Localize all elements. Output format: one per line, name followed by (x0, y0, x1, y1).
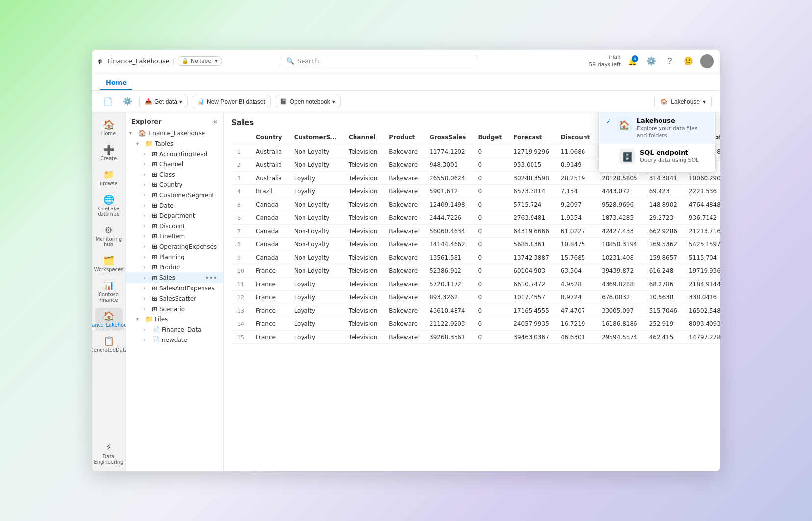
tree-tables-group[interactable]: ▾ 📁 Tables (126, 138, 223, 149)
table-cell: 953.0015 (508, 158, 555, 172)
tree-table-scenario[interactable]: › ⊞ Scenario (126, 304, 223, 314)
tree-files-group[interactable]: ▾ 📁 Files (126, 314, 223, 324)
table-cell: 4.9528 (555, 278, 596, 291)
tree-table-date[interactable]: › ⊞ Date (126, 200, 223, 210)
table-cell: 148.8902 (643, 198, 683, 211)
lakehouse-switcher-button[interactable]: 🏠 Lakehouse ▾ (654, 96, 712, 107)
table-row[interactable]: 4BrazilLoyaltyTelevisionBakeware5901.612… (231, 185, 720, 198)
table-cell: Television (343, 251, 383, 264)
nav-generated[interactable]: 📋 GeneratedData (95, 333, 123, 356)
tree-table-department[interactable]: › ⊞ Department (126, 210, 223, 221)
tree-table-class[interactable]: › ⊞ Class (126, 169, 223, 180)
tree-file-finance_data[interactable]: › 📄 Finance_Data (126, 324, 223, 335)
table-chevron: › (143, 213, 150, 218)
table-cell: Non-Loyalty (288, 238, 343, 251)
no-label-badge[interactable]: 🔒 No label ▾ (178, 56, 222, 66)
get-data-button[interactable]: 📥 Get data ▾ (139, 96, 188, 107)
explorer-panel: Explorer « ▾ 🏠 Finance_Lakehouse ▾ 📁 Tab… (126, 112, 224, 471)
table-cell: 10.8475 (555, 238, 596, 251)
col-header-grosssales[interactable]: GrossSales (424, 130, 472, 145)
search-bar[interactable]: 🔍 Search (281, 55, 477, 67)
open-notebook-button[interactable]: 📓 Open notebook ▾ (275, 96, 341, 107)
grid-icon[interactable]: ⠿ (98, 59, 102, 63)
tree-table-country[interactable]: › ⊞ Country (126, 180, 223, 190)
table-row[interactable]: 3AustraliaLoyaltyTelevisionBakeware26558… (231, 172, 720, 185)
table-chevron: › (143, 254, 150, 260)
tree-root[interactable]: ▾ 🏠 Finance_Lakehouse (126, 128, 223, 138)
nav-onelake[interactable]: 🌐 OneLake data hub (95, 191, 123, 220)
table-cell: France (250, 331, 288, 344)
table-row[interactable]: 14FranceLoyaltyTelevisionBakeware21122.9… (231, 317, 720, 331)
explorer-collapse-button[interactable]: « (213, 117, 217, 125)
col-header-product[interactable]: Product (383, 130, 424, 145)
col-header-channel[interactable]: Channel (343, 130, 383, 145)
avatar[interactable] (700, 54, 714, 68)
tree-table-salesscatter[interactable]: › ⊞ SalesScatter (126, 293, 223, 304)
col-header-country[interactable]: Country (250, 130, 288, 145)
table-cell: 515.7046 (643, 304, 683, 317)
dropdown-item-sql[interactable]: 🗄️ SQL endpoint Query data using SQL (599, 144, 715, 169)
help-button[interactable]: ? (663, 54, 677, 68)
col-header-discount[interactable]: Discount (555, 130, 596, 145)
tree-table-salesandexpenses[interactable]: › ⊞ SalesAndExpenses (126, 283, 223, 293)
toolbar-icon-1[interactable]: 📄 (100, 95, 116, 108)
notification-button[interactable]: 🔔 4 (626, 54, 639, 68)
table-row[interactable]: 8CanadaNon-LoyaltyTelevisionBakeware1414… (231, 238, 720, 251)
table-cell: Bakeware (383, 291, 424, 304)
nav-workspaces[interactable]: 🗂️ Workspaces (95, 252, 123, 275)
table-row[interactable]: 12FranceLoyaltyTelevisionBakeware893.326… (231, 291, 720, 304)
feedback-button[interactable]: 🙂 (682, 54, 695, 68)
table-cell: Canada (250, 251, 288, 264)
table-cell: 0 (472, 158, 508, 172)
table-row[interactable]: 10FranceNon-LoyaltyTelevisionBakeware523… (231, 264, 720, 278)
dropdown-items: ✓ 🏠 Lakehouse Explore your data files an… (599, 112, 715, 169)
tree-table-channel[interactable]: › ⊞ Channel (126, 159, 223, 169)
table-wrapper[interactable]: CountryCustomerS...ChannelProductGrossSa… (224, 130, 720, 471)
col-header-customers...[interactable]: CustomerS... (288, 130, 343, 145)
nav-create[interactable]: ➕ Create (95, 141, 123, 164)
pbi-icon: 📊 (197, 98, 204, 105)
new-pbi-button[interactable]: 📊 New Power BI dataset (192, 96, 271, 107)
nav-contoso[interactable]: 📊 Contoso Finance (95, 277, 123, 306)
table-cell: 0 (472, 225, 508, 238)
tree-table-lineitem[interactable]: › ⊞ LineItem (126, 231, 223, 241)
table-row[interactable]: 6CanadaNon-LoyaltyTelevisionBakeware2444… (231, 211, 720, 225)
workspace-title: Finance_Lakehouse (108, 57, 170, 65)
table-cell: 0 (472, 304, 508, 317)
nav-browse[interactable]: 📁 Browse (95, 166, 123, 189)
table-cell: 13742.3887 (508, 251, 555, 264)
tree-table-customersegment[interactable]: › ⊞ CustomerSegment (126, 190, 223, 200)
table-row[interactable]: 9CanadaNon-LoyaltyTelevisionBakeware1356… (231, 251, 720, 264)
table-row[interactable]: 13FranceLoyaltyTelevisionBakeware43610.4… (231, 304, 720, 317)
nav-home[interactable]: 🏠 Home (95, 116, 123, 139)
dropdown-item-lakehouse[interactable]: ✓ 🏠 Lakehouse Explore your data files an… (599, 112, 715, 144)
table-row[interactable]: 7CanadaNon-LoyaltyTelevisionBakeware5606… (231, 225, 720, 238)
table-cell: 5901.612 (424, 185, 472, 198)
table-row[interactable]: 11FranceLoyaltyTelevisionBakeware5720.11… (231, 278, 720, 291)
nav-finance-lak[interactable]: 🏠 Finance_Lakehouse (95, 308, 123, 331)
more-icon[interactable]: ••• (203, 274, 219, 282)
col-header-budget[interactable]: Budget (472, 130, 508, 145)
col-header-forecast[interactable]: Forecast (508, 130, 555, 145)
tree-table-planning[interactable]: › ⊞ Planning (126, 252, 223, 262)
settings-button[interactable]: ⚙️ (644, 54, 658, 68)
tree-table-accountinghead[interactable]: › ⊞ AccountingHead (126, 149, 223, 159)
tree-table-product[interactable]: › ⊞ Product (126, 262, 223, 272)
table-cell: France (250, 317, 288, 331)
table-row[interactable]: 15FranceLoyaltyTelevisionBakeware39268.3… (231, 331, 720, 344)
tree-file-newdate[interactable]: › 📄 newdate (126, 335, 223, 345)
tree-table-discount[interactable]: › ⊞ Discount (126, 221, 223, 231)
table-row[interactable]: 5CanadaNon-LoyaltyTelevisionBakeware1240… (231, 198, 720, 211)
nav-data-engineering[interactable]: ⚡ Data Engineering (95, 439, 123, 468)
col-header-[interactable] (231, 130, 250, 145)
nav-monitoring[interactable]: ⚙️ Monitoring hub (95, 222, 123, 250)
table-chevron: › (143, 306, 150, 312)
toolbar-icon-2[interactable]: ⚙️ (120, 95, 135, 108)
tab-home[interactable]: Home (100, 76, 132, 90)
left-nav: 🏠 Home ➕ Create 📁 Browse 🌐 OneLake data … (92, 112, 126, 471)
table-cell: 11774.1202 (424, 145, 472, 158)
tree-table-sales[interactable]: › ⊞ Sales ••• (126, 272, 223, 283)
search-icon: 🔍 (286, 57, 294, 65)
tree-table-operatingexpenses[interactable]: › ⊞ OperatingExpenses (126, 241, 223, 252)
tables-chevron: ▾ (136, 141, 143, 146)
